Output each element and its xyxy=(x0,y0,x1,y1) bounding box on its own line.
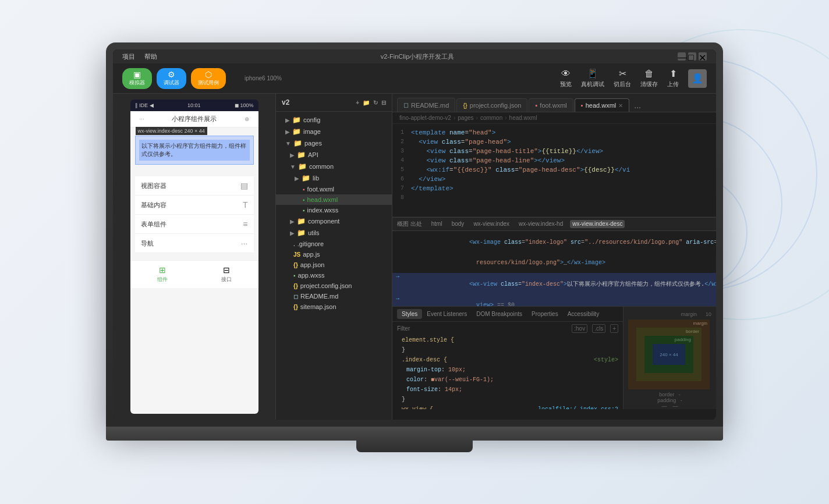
styles-area: Styles Event Listeners DOM Breakpoints P… xyxy=(392,307,716,409)
laptop-screen: 项目 帮助 v2-FinClip小程序开发工具 — □ ✕ ▣ 模拟器 xyxy=(113,49,716,420)
list-item-3[interactable]: 导航 ··· xyxy=(135,234,254,253)
tree-utils[interactable]: ▶ 📁 utils xyxy=(276,227,392,239)
tree-app-wxss-label: app.wxss xyxy=(298,272,325,279)
html-tag-wx-view-index-desc[interactable]: wx-view.index-desc xyxy=(570,220,625,228)
list-item-2[interactable]: 表单组件 ≡ xyxy=(135,215,254,234)
action-real-device[interactable]: 📱 真机调试 xyxy=(581,68,604,88)
action-upload[interactable]: ⬆ 上传 xyxy=(667,68,679,88)
explorer-actions: + 📁 ↻ ⊟ xyxy=(356,100,386,106)
dom-code-view[interactable]: <wx-image class="index-logo" src="../res… xyxy=(392,231,716,307)
collapse-button[interactable]: ⊟ xyxy=(381,100,386,106)
tree-app-json[interactable]: {} app.json xyxy=(276,260,392,270)
tree-foot-wxml[interactable]: ▪ foot.wxml xyxy=(276,184,392,194)
tree-gitignore[interactable]: . .gitignore xyxy=(276,239,392,249)
tree-api[interactable]: ▶ 📁 API xyxy=(276,149,392,161)
tab-test[interactable]: ⬡ 测试用例 xyxy=(191,68,226,89)
tree-image[interactable]: ▶ 📁 image xyxy=(276,126,392,137)
list-item-1[interactable]: 基础内容 T xyxy=(135,196,254,215)
code-area-top[interactable]: 1 <template name="head"> 2 <view class="… xyxy=(392,124,716,217)
code-line-6: 6 </view> xyxy=(392,175,716,184)
box-border-value: border - xyxy=(628,392,711,397)
breadcrumb-sep-2: › xyxy=(505,115,506,121)
folder-icon: 📁 xyxy=(293,139,302,147)
list-item-0-text: 视图容器 xyxy=(141,182,166,190)
tree-app-json-label: app.json xyxy=(300,261,325,268)
tab-readme-label: README.md xyxy=(411,102,449,109)
cls-filter-btn[interactable]: .cls xyxy=(592,324,605,333)
md-file-icon: ◻ xyxy=(293,293,298,300)
tree-app-js[interactable]: JS app.js xyxy=(276,249,392,260)
tree-readme[interactable]: ◻ README.md xyxy=(276,291,392,301)
breadcrumb-1: pages xyxy=(458,115,473,121)
refresh-button[interactable]: ↻ xyxy=(373,100,378,106)
tree-app-wxss[interactable]: ▪ app.wxss xyxy=(276,270,392,281)
phone-nav: ⊞ 组件 ⊟ 接口 xyxy=(130,260,258,288)
action-cut-background[interactable]: ✂ 切后台 xyxy=(614,68,631,88)
html-tag-body[interactable]: body xyxy=(449,220,467,228)
tree-common[interactable]: ▼ 📁 common xyxy=(276,161,392,172)
nav-item-components[interactable]: ⊞ 组件 xyxy=(130,263,194,286)
breadcrumb-3: head.wxml xyxy=(509,115,537,121)
tab-readme-icon: ◻ xyxy=(403,101,409,109)
new-folder-button[interactable]: 📁 xyxy=(363,100,370,106)
tab-head-wxml-icon: ▪ xyxy=(581,102,583,109)
user-avatar[interactable]: 👤 xyxy=(688,69,707,88)
minimize-button[interactable]: — xyxy=(678,52,686,61)
rule-source-ref[interactable]: localfile:/.index.css:2 xyxy=(538,406,618,409)
menu-item-project[interactable]: 项目 xyxy=(122,52,135,61)
action-clear-cache[interactable]: 🗑 清缓存 xyxy=(640,69,658,88)
tree-lib-label: lib xyxy=(313,175,319,182)
nav-components-label: 组件 xyxy=(157,276,168,283)
new-file-button[interactable]: + xyxy=(356,100,359,106)
tree-index-wxss[interactable]: ▪ index.wxss xyxy=(276,205,392,215)
tree-pages-label: pages xyxy=(304,140,322,147)
line-content-7: </template> xyxy=(411,185,716,192)
tree-lib[interactable]: ▶ 📁 lib xyxy=(276,172,392,184)
maximize-button[interactable]: □ xyxy=(688,52,696,61)
dom-line-3: → <wx-view class="index-desc">以下将展示小程序官方… xyxy=(392,273,716,295)
box-margin-label: margin xyxy=(693,321,707,326)
styles-filter-input[interactable] xyxy=(397,325,567,332)
html-tag-wx-view-index[interactable]: wx-view.index xyxy=(471,220,512,228)
tab-readme[interactable]: ◻ README.md xyxy=(397,98,455,112)
rule-prop-value: 14px; xyxy=(445,386,462,393)
tree-pages[interactable]: ▼ 📁 pages xyxy=(276,137,392,149)
action-preview[interactable]: 👁 预览 xyxy=(560,69,572,88)
tree-project-config[interactable]: {} project.config.json xyxy=(276,281,392,291)
chevron-right-icon: ▶ xyxy=(290,152,295,158)
box-model-panel: margin 10 margin border xyxy=(623,307,716,409)
tree-component[interactable]: ▶ 📁 component xyxy=(276,215,392,227)
styles-tab-accessibility[interactable]: Accessibility xyxy=(563,309,604,319)
styles-tab-dom-breakpoints[interactable]: DOM Breakpoints xyxy=(472,309,527,319)
close-button[interactable]: ✕ xyxy=(699,52,707,61)
add-style-btn[interactable]: + xyxy=(610,324,618,333)
tab-foot-wxml[interactable]: ▪ foot.wxml xyxy=(529,98,573,112)
tab-project-config[interactable]: {} project.config.json xyxy=(456,98,527,112)
more-tabs-button[interactable]: ··· xyxy=(630,102,644,112)
chevron-right-icon: ▶ xyxy=(290,218,295,225)
tree-common-label: common xyxy=(309,163,334,170)
tab-debugger[interactable]: ⚙ 调试器 xyxy=(157,68,186,89)
menu-item-help[interactable]: 帮助 xyxy=(144,52,157,61)
styles-tab-styles[interactable]: Styles xyxy=(397,309,422,319)
list-item-0[interactable]: 视图容器 ▤ xyxy=(135,176,254,196)
tree-sitemap[interactable]: {} sitemap.json xyxy=(276,301,392,312)
tab-simulator[interactable]: ▣ 模拟器 xyxy=(122,68,152,89)
tree-config[interactable]: ▶ 📁 config xyxy=(276,114,392,126)
chevron-right-icon: ▶ xyxy=(285,129,290,135)
tab-head-wxml[interactable]: ▪ head.wxml ✕ xyxy=(575,98,629,112)
tree-config-label: config xyxy=(303,116,320,123)
html-tag-wx-view-index-hd[interactable]: wx-view.index-hd xyxy=(516,220,565,228)
view-toggle: 概图 出处 xyxy=(397,220,422,228)
styles-tab-properties[interactable]: Properties xyxy=(527,309,563,319)
rule-prop-name: font-size xyxy=(406,386,438,393)
hover-filter-btn[interactable]: :hov xyxy=(572,324,587,333)
device-name: iphone6 xyxy=(245,75,265,81)
nav-item-api[interactable]: ⊟ 接口 xyxy=(194,263,258,286)
tree-head-wxml[interactable]: ▪ head.wxml xyxy=(276,194,392,205)
tab-close-icon[interactable]: ✕ xyxy=(618,102,623,109)
html-tag-html[interactable]: html xyxy=(429,220,445,228)
rule-prop-value: 10px; xyxy=(448,367,466,373)
laptop-base xyxy=(106,427,723,441)
styles-tab-event-listeners[interactable]: Event Listeners xyxy=(422,309,472,319)
